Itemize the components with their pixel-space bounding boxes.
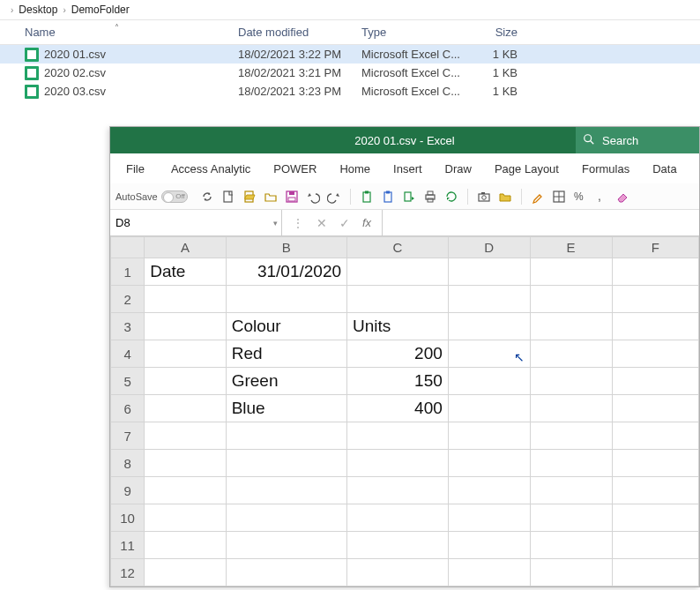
cell-A1[interactable]: Date bbox=[145, 258, 226, 286]
fx-icon[interactable]: fx bbox=[362, 216, 371, 229]
cell-A4[interactable] bbox=[145, 340, 226, 368]
row-header[interactable]: 9 bbox=[111, 477, 145, 504]
ribbon-tab[interactable]: Page Layout bbox=[486, 162, 568, 176]
camera-icon[interactable] bbox=[475, 188, 493, 205]
open-folder-icon[interactable] bbox=[262, 188, 279, 205]
name-box[interactable]: D8 ▾ bbox=[110, 210, 282, 235]
row-header[interactable]: 5 bbox=[111, 368, 145, 395]
cell-B10[interactable] bbox=[226, 504, 346, 532]
ribbon-tab[interactable]: File bbox=[117, 162, 153, 176]
cell-E1[interactable] bbox=[530, 258, 612, 286]
row-header[interactable]: 12 bbox=[111, 559, 145, 586]
cell-C3[interactable]: Units bbox=[347, 313, 449, 340]
ribbon-tab[interactable]: Insert bbox=[384, 162, 431, 176]
cell-B12[interactable] bbox=[226, 559, 346, 586]
print-icon[interactable] bbox=[421, 188, 439, 205]
cell-B1[interactable]: 31/01/2020 bbox=[226, 258, 346, 286]
cell-C7[interactable] bbox=[347, 422, 449, 450]
cell-B7[interactable] bbox=[226, 422, 346, 450]
more-icon[interactable]: ⋮ bbox=[293, 217, 304, 229]
cell-B2[interactable] bbox=[226, 286, 346, 313]
borders-icon[interactable] bbox=[550, 188, 568, 205]
column-name-header[interactable]: Name ˄ bbox=[0, 26, 238, 39]
refresh-icon[interactable] bbox=[443, 188, 460, 205]
percent-icon[interactable]: % bbox=[571, 188, 589, 205]
cell-A12[interactable] bbox=[145, 559, 226, 586]
column-header[interactable]: F bbox=[612, 237, 698, 258]
cell-F11[interactable] bbox=[612, 532, 698, 559]
cell-A2[interactable] bbox=[145, 286, 226, 313]
cell-F7[interactable] bbox=[612, 422, 698, 450]
new-file-icon[interactable] bbox=[220, 188, 237, 205]
cell-E7[interactable] bbox=[530, 422, 612, 450]
cell-E11[interactable] bbox=[530, 532, 612, 559]
select-all-cell[interactable] bbox=[111, 237, 145, 258]
cell-E9[interactable] bbox=[530, 477, 612, 504]
cell-B4[interactable]: Red bbox=[226, 340, 346, 368]
cell-C2[interactable] bbox=[347, 286, 449, 313]
cell-D8[interactable] bbox=[448, 450, 530, 477]
cell-F9[interactable] bbox=[612, 477, 698, 504]
cell-E10[interactable] bbox=[530, 504, 612, 532]
autosave-toggle[interactable]: Off bbox=[161, 190, 188, 203]
cell-A6[interactable] bbox=[145, 395, 226, 422]
autosave-control[interactable]: AutoSave Off bbox=[115, 190, 188, 203]
column-size-header[interactable]: Size bbox=[467, 26, 525, 39]
cell-F1[interactable] bbox=[612, 258, 698, 286]
file-row[interactable]: 2020 01.csv18/02/2021 3:22 PMMicrosoft E… bbox=[0, 45, 700, 63]
column-header[interactable]: A bbox=[145, 237, 226, 258]
cell-B8[interactable] bbox=[226, 450, 346, 477]
explorer-columns-header[interactable]: Name ˄ Date modified Type Size bbox=[0, 20, 700, 45]
breadcrumb-segment[interactable]: Desktop bbox=[19, 4, 57, 16]
cell-C9[interactable] bbox=[347, 477, 449, 504]
cell-A10[interactable] bbox=[145, 504, 226, 532]
cell-A11[interactable] bbox=[145, 532, 226, 559]
cell-D5[interactable] bbox=[448, 368, 530, 395]
cell-F12[interactable] bbox=[612, 559, 698, 586]
row-header[interactable]: 1 bbox=[111, 258, 145, 286]
cell-D9[interactable] bbox=[448, 477, 530, 504]
cell-C12[interactable] bbox=[347, 559, 449, 586]
cell-E3[interactable] bbox=[530, 313, 612, 340]
enter-icon[interactable]: ✓ bbox=[339, 216, 350, 230]
row-header[interactable]: 2 bbox=[111, 286, 145, 313]
redo-icon[interactable] bbox=[325, 188, 343, 205]
open2-icon[interactable] bbox=[496, 188, 514, 205]
cell-B3[interactable]: Colour bbox=[226, 313, 346, 340]
cell-D12[interactable] bbox=[448, 559, 530, 586]
cell-D10[interactable] bbox=[448, 504, 530, 532]
ribbon-tab[interactable]: Access Analytic bbox=[162, 162, 259, 176]
cell-F5[interactable] bbox=[612, 368, 698, 395]
cell-E2[interactable] bbox=[530, 286, 612, 313]
paint-icon[interactable] bbox=[529, 188, 547, 205]
clipboard-icon[interactable] bbox=[358, 188, 376, 205]
row-header[interactable]: 6 bbox=[111, 395, 145, 422]
cell-D11[interactable] bbox=[448, 532, 530, 559]
ribbon-tab[interactable]: Formulas bbox=[573, 162, 638, 176]
cell-C10[interactable] bbox=[347, 504, 449, 532]
cell-F4[interactable] bbox=[612, 340, 698, 368]
breadcrumb[interactable]: › Desktop › DemoFolder bbox=[0, 0, 700, 20]
column-date-header[interactable]: Date modified bbox=[238, 26, 361, 39]
comma-icon[interactable]: , bbox=[592, 188, 610, 205]
column-header[interactable]: B bbox=[226, 237, 346, 258]
column-header[interactable]: E bbox=[530, 237, 612, 258]
cell-D6[interactable] bbox=[448, 395, 530, 422]
sync-icon[interactable] bbox=[198, 188, 216, 205]
cell-C5[interactable]: 150 bbox=[347, 368, 449, 395]
cell-A3[interactable] bbox=[145, 313, 226, 340]
column-type-header[interactable]: Type bbox=[361, 26, 467, 39]
clipboard-alt-icon[interactable] bbox=[379, 188, 397, 205]
cell-F8[interactable] bbox=[612, 450, 698, 477]
file-row[interactable]: 2020 03.csv18/02/2021 3:23 PMMicrosoft E… bbox=[0, 82, 700, 101]
formula-input[interactable] bbox=[382, 210, 699, 235]
cell-C6[interactable]: 400 bbox=[347, 395, 449, 422]
eraser-icon[interactable] bbox=[614, 188, 631, 205]
cell-F3[interactable] bbox=[612, 313, 698, 340]
spreadsheet-grid[interactable]: ABCDEF1Date31/01/202023ColourUnits4Red20… bbox=[110, 236, 699, 586]
save-icon[interactable] bbox=[283, 188, 301, 205]
cell-A9[interactable] bbox=[145, 477, 226, 504]
cell-C11[interactable] bbox=[347, 532, 449, 559]
row-header[interactable]: 3 bbox=[111, 313, 145, 340]
cell-B11[interactable] bbox=[226, 532, 346, 559]
